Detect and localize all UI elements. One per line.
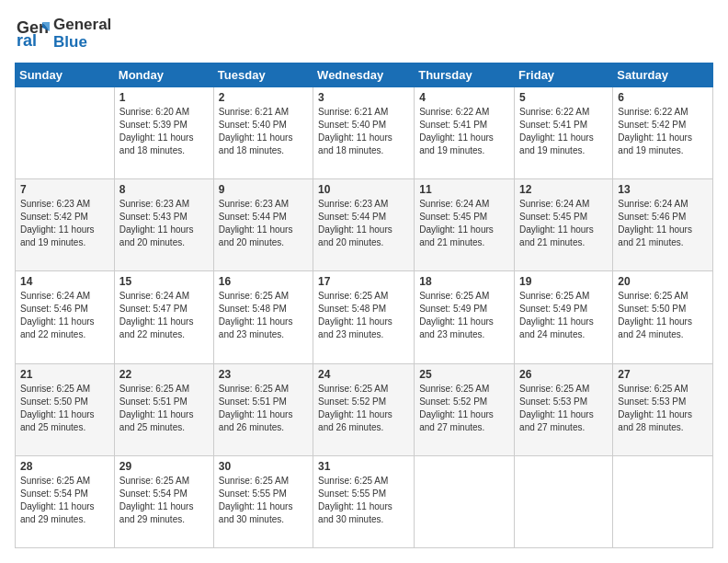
day-number: 30 — [219, 460, 308, 473]
day-number: 25 — [419, 368, 509, 381]
day-cell: 12Sunrise: 6:24 AM Sunset: 5:45 PM Dayli… — [515, 179, 613, 271]
page: Gene ral General Blue SundayMondayTuesda… — [0, 0, 728, 563]
day-cell — [16, 87, 115, 179]
col-header-sunday: Sunday — [16, 63, 115, 87]
day-cell: 28Sunrise: 6:25 AM Sunset: 5:54 PM Dayli… — [16, 455, 115, 547]
day-number: 28 — [20, 460, 109, 473]
day-detail: Sunrise: 6:25 AM Sunset: 5:55 PM Dayligh… — [318, 475, 409, 526]
day-number: 22 — [119, 368, 209, 381]
day-detail: Sunrise: 6:25 AM Sunset: 5:53 PM Dayligh… — [519, 383, 608, 434]
day-cell: 21Sunrise: 6:25 AM Sunset: 5:50 PM Dayli… — [16, 363, 115, 455]
day-number: 29 — [119, 460, 209, 473]
day-cell: 14Sunrise: 6:24 AM Sunset: 5:46 PM Dayli… — [16, 271, 115, 363]
day-number: 26 — [519, 368, 608, 381]
day-detail: Sunrise: 6:23 AM Sunset: 5:43 PM Dayligh… — [119, 198, 209, 249]
day-detail: Sunrise: 6:24 AM Sunset: 5:45 PM Dayligh… — [519, 198, 608, 249]
day-cell: 13Sunrise: 6:24 AM Sunset: 5:46 PM Dayli… — [613, 179, 713, 271]
day-number: 5 — [519, 91, 608, 104]
day-detail: Sunrise: 6:21 AM Sunset: 5:40 PM Dayligh… — [318, 106, 409, 157]
day-detail: Sunrise: 6:22 AM Sunset: 5:41 PM Dayligh… — [419, 106, 509, 157]
day-detail: Sunrise: 6:25 AM Sunset: 5:53 PM Dayligh… — [618, 383, 708, 434]
day-number: 8 — [119, 183, 209, 196]
day-cell: 4Sunrise: 6:22 AM Sunset: 5:41 PM Daylig… — [415, 87, 515, 179]
day-number: 6 — [618, 91, 708, 104]
day-cell: 10Sunrise: 6:23 AM Sunset: 5:44 PM Dayli… — [313, 179, 415, 271]
col-header-wednesday: Wednesday — [313, 63, 415, 87]
day-detail: Sunrise: 6:25 AM Sunset: 5:52 PM Dayligh… — [419, 383, 509, 434]
logo-icon: Gene ral — [15, 15, 50, 50]
day-cell: 19Sunrise: 6:25 AM Sunset: 5:49 PM Dayli… — [515, 271, 613, 363]
day-number: 3 — [318, 91, 409, 104]
day-cell: 30Sunrise: 6:25 AM Sunset: 5:55 PM Dayli… — [213, 455, 313, 547]
day-cell: 22Sunrise: 6:25 AM Sunset: 5:51 PM Dayli… — [114, 363, 213, 455]
week-row: 7Sunrise: 6:23 AM Sunset: 5:42 PM Daylig… — [16, 179, 713, 271]
day-cell: 2Sunrise: 6:21 AM Sunset: 5:40 PM Daylig… — [213, 87, 313, 179]
week-row: 1Sunrise: 6:20 AM Sunset: 5:39 PM Daylig… — [16, 87, 713, 179]
day-detail: Sunrise: 6:22 AM Sunset: 5:41 PM Dayligh… — [519, 106, 608, 157]
week-row: 14Sunrise: 6:24 AM Sunset: 5:46 PM Dayli… — [16, 271, 713, 363]
day-detail: Sunrise: 6:25 AM Sunset: 5:50 PM Dayligh… — [20, 383, 109, 434]
day-detail: Sunrise: 6:24 AM Sunset: 5:47 PM Dayligh… — [119, 290, 209, 341]
day-number: 18 — [419, 275, 509, 288]
logo-blue: Blue — [53, 34, 111, 52]
day-detail: Sunrise: 6:25 AM Sunset: 5:50 PM Dayligh… — [618, 290, 708, 341]
day-cell: 29Sunrise: 6:25 AM Sunset: 5:54 PM Dayli… — [114, 455, 213, 547]
day-cell: 5Sunrise: 6:22 AM Sunset: 5:41 PM Daylig… — [515, 87, 613, 179]
day-cell: 15Sunrise: 6:24 AM Sunset: 5:47 PM Dayli… — [114, 271, 213, 363]
day-cell: 3Sunrise: 6:21 AM Sunset: 5:40 PM Daylig… — [313, 87, 415, 179]
day-detail: Sunrise: 6:25 AM Sunset: 5:48 PM Dayligh… — [219, 290, 308, 341]
day-detail: Sunrise: 6:22 AM Sunset: 5:42 PM Dayligh… — [618, 106, 708, 157]
day-number: 23 — [219, 368, 308, 381]
day-number: 31 — [318, 460, 409, 473]
day-cell: 20Sunrise: 6:25 AM Sunset: 5:50 PM Dayli… — [613, 271, 713, 363]
day-cell: 7Sunrise: 6:23 AM Sunset: 5:42 PM Daylig… — [16, 179, 115, 271]
day-detail: Sunrise: 6:23 AM Sunset: 5:44 PM Dayligh… — [318, 198, 409, 249]
day-detail: Sunrise: 6:25 AM Sunset: 5:51 PM Dayligh… — [219, 383, 308, 434]
day-number: 14 — [20, 275, 109, 288]
day-number: 9 — [219, 183, 308, 196]
logo: Gene ral General Blue — [15, 15, 111, 53]
day-cell: 16Sunrise: 6:25 AM Sunset: 5:48 PM Dayli… — [213, 271, 313, 363]
day-number: 13 — [618, 183, 708, 196]
day-number: 1 — [119, 91, 209, 104]
day-cell: 1Sunrise: 6:20 AM Sunset: 5:39 PM Daylig… — [114, 87, 213, 179]
day-detail: Sunrise: 6:25 AM Sunset: 5:55 PM Dayligh… — [219, 475, 308, 526]
day-cell: 9Sunrise: 6:23 AM Sunset: 5:44 PM Daylig… — [213, 179, 313, 271]
day-detail: Sunrise: 6:25 AM Sunset: 5:54 PM Dayligh… — [119, 475, 209, 526]
logo-general: General — [53, 17, 111, 34]
col-header-monday: Monday — [114, 63, 213, 87]
day-number: 7 — [20, 183, 109, 196]
day-cell: 18Sunrise: 6:25 AM Sunset: 5:49 PM Dayli… — [415, 271, 515, 363]
header: Gene ral General Blue — [15, 15, 713, 53]
day-detail: Sunrise: 6:25 AM Sunset: 5:52 PM Dayligh… — [318, 383, 409, 434]
day-cell: 31Sunrise: 6:25 AM Sunset: 5:55 PM Dayli… — [313, 455, 415, 547]
day-detail: Sunrise: 6:24 AM Sunset: 5:46 PM Dayligh… — [618, 198, 708, 249]
col-header-thursday: Thursday — [415, 63, 515, 87]
calendar-table: SundayMondayTuesdayWednesdayThursdayFrid… — [15, 63, 713, 548]
day-number: 4 — [419, 91, 509, 104]
day-detail: Sunrise: 6:25 AM Sunset: 5:54 PM Dayligh… — [20, 475, 109, 526]
week-row: 28Sunrise: 6:25 AM Sunset: 5:54 PM Dayli… — [16, 455, 713, 547]
day-number: 27 — [618, 368, 708, 381]
day-cell: 11Sunrise: 6:24 AM Sunset: 5:45 PM Dayli… — [415, 179, 515, 271]
day-detail: Sunrise: 6:25 AM Sunset: 5:49 PM Dayligh… — [519, 290, 608, 341]
day-number: 12 — [519, 183, 608, 196]
day-detail: Sunrise: 6:25 AM Sunset: 5:51 PM Dayligh… — [119, 383, 209, 434]
day-cell: 23Sunrise: 6:25 AM Sunset: 5:51 PM Dayli… — [213, 363, 313, 455]
day-detail: Sunrise: 6:20 AM Sunset: 5:39 PM Dayligh… — [119, 106, 209, 157]
day-cell: 24Sunrise: 6:25 AM Sunset: 5:52 PM Dayli… — [313, 363, 415, 455]
day-detail: Sunrise: 6:24 AM Sunset: 5:45 PM Dayligh… — [419, 198, 509, 249]
day-detail: Sunrise: 6:23 AM Sunset: 5:44 PM Dayligh… — [219, 198, 308, 249]
day-number: 16 — [219, 275, 308, 288]
col-header-saturday: Saturday — [613, 63, 713, 87]
day-number: 20 — [618, 275, 708, 288]
day-number: 17 — [318, 275, 409, 288]
svg-text:ral: ral — [17, 31, 37, 50]
col-header-friday: Friday — [515, 63, 613, 87]
day-detail: Sunrise: 6:23 AM Sunset: 5:42 PM Dayligh… — [20, 198, 109, 249]
calendar-header-row: SundayMondayTuesdayWednesdayThursdayFrid… — [16, 63, 713, 87]
day-number: 15 — [119, 275, 209, 288]
day-detail: Sunrise: 6:25 AM Sunset: 5:49 PM Dayligh… — [419, 290, 509, 341]
day-detail: Sunrise: 6:24 AM Sunset: 5:46 PM Dayligh… — [20, 290, 109, 341]
day-cell — [515, 455, 613, 547]
